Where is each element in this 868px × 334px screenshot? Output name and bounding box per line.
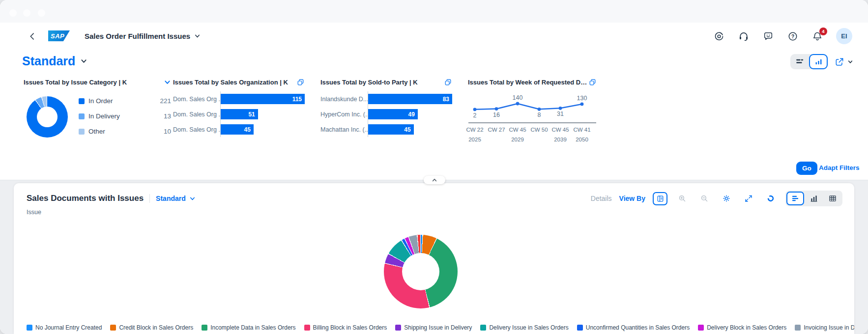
bar[interactable]: 49 — [368, 109, 418, 119]
donut-chart-icon — [766, 194, 775, 203]
legend-label: Other — [88, 128, 164, 135]
legend-label: Delivery Block in Sales Orders — [707, 324, 786, 331]
card-title: Issues Total by Issue Category | K — [24, 79, 164, 86]
zoom-in-button[interactable] — [675, 192, 690, 205]
chart-table-layout-button[interactable] — [653, 192, 667, 205]
column-chart-view-button[interactable] — [805, 192, 823, 205]
card-menu-button[interactable] — [164, 79, 171, 86]
table-view-button[interactable] — [824, 192, 841, 205]
data-point-value-label: 16 — [493, 111, 500, 118]
line-data-point[interactable] — [495, 107, 498, 111]
filter-fields-icon — [795, 57, 805, 66]
card-title: Issues Total by Week of Requested Deli..… — [468, 79, 588, 86]
view-by-button[interactable]: View By — [619, 195, 645, 202]
window-control-dot — [9, 9, 17, 17]
copy-card-button[interactable] — [444, 78, 452, 86]
legend-item[interactable]: Delivery Issue in Sales Orders — [480, 324, 568, 331]
x-axis-tick-label: CW 22 — [464, 127, 486, 133]
card-title: Issues Total by Sales Organization | K — [173, 79, 296, 86]
legend-item[interactable]: No Journal Entry Created — [27, 324, 102, 331]
chart-view-switch — [785, 191, 842, 206]
bar-row[interactable]: Dom. Sales Org ...115 — [173, 91, 305, 107]
support-button[interactable] — [738, 30, 750, 42]
chart-settings-button[interactable] — [719, 192, 734, 205]
x-axis-tick-label: CW 50 — [528, 127, 550, 133]
back-chevron-icon — [28, 31, 37, 41]
copy-icon — [444, 78, 452, 86]
bar[interactable]: 45 — [368, 124, 414, 135]
copy-card-button[interactable] — [296, 78, 305, 86]
go-button[interactable]: Go — [796, 162, 817, 175]
bar-row[interactable]: Inlandskunde D...83 — [320, 91, 452, 107]
share-icon[interactable] — [835, 57, 844, 67]
week-line-chart[interactable]: 216140831130 — [468, 91, 597, 126]
share-menu[interactable] — [835, 57, 853, 67]
legend-label: Invoicing Issue in Delivery — [804, 324, 854, 331]
filter-fields-view-button[interactable] — [790, 54, 809, 69]
line-data-point[interactable] — [538, 108, 541, 111]
panel-header: Sales Documents with Issues Standard Det… — [14, 183, 854, 206]
app-title-menu[interactable]: Sales Order Fulfillment Issues — [85, 28, 201, 43]
expand-icon — [744, 194, 753, 203]
legend-color-swatch — [577, 325, 583, 331]
line-data-point[interactable] — [580, 103, 584, 106]
legend-label: In Delivery — [88, 112, 164, 120]
fullscreen-button[interactable] — [741, 192, 756, 205]
bar[interactable]: 45 — [221, 124, 254, 135]
category-legend-item[interactable]: In Delivery13 — [79, 109, 171, 124]
details-button[interactable]: Details — [591, 195, 612, 202]
ai-assistant-button[interactable] — [713, 30, 725, 42]
copy-card-button[interactable] — [588, 78, 597, 86]
bar-chart-view-button[interactable] — [786, 192, 804, 205]
legend-color-swatch — [480, 325, 486, 331]
ai-assistant-icon — [714, 31, 724, 42]
legend-item[interactable]: Shipping Issue in Delivery — [395, 324, 472, 331]
variant-selector[interactable]: Standard — [22, 54, 87, 68]
bar[interactable]: 83 — [368, 94, 452, 104]
legend-item[interactable]: Billing Block in Sales Orders — [304, 324, 387, 331]
x-axis-year-label: 2025 — [464, 137, 486, 142]
user-avatar[interactable]: EI — [836, 28, 852, 44]
bar-row[interactable]: Dom. Sales Org ...45 — [173, 122, 305, 137]
chart-type-donut-button[interactable] — [763, 192, 778, 205]
bar-row[interactable]: Dom. Sales Org ...51 — [173, 107, 305, 122]
collapse-header-button[interactable] — [424, 176, 445, 184]
legend-item[interactable]: Incomplete Data in Sales Orders — [202, 324, 295, 331]
feedback-button[interactable] — [762, 30, 774, 42]
category-legend-item[interactable]: In Order221 — [79, 93, 171, 109]
visual-filter-view-button[interactable] — [809, 54, 828, 69]
line-data-point[interactable] — [559, 107, 562, 110]
legend-label: Unconfirmed Quantities in Sales Orders — [586, 324, 690, 331]
bar[interactable]: 51 — [221, 109, 258, 119]
table-icon — [828, 194, 837, 203]
help-button[interactable]: ? — [787, 30, 799, 42]
legend-color-swatch — [110, 325, 116, 331]
bar-category-label: Dom. Sales Org ... — [173, 126, 220, 133]
issue-category-donut-chart[interactable] — [27, 96, 68, 138]
issues-donut-chart[interactable] — [384, 235, 458, 308]
chevron-down-icon[interactable] — [847, 59, 853, 65]
bar-category-label: Inlandskunde D... — [320, 96, 368, 103]
line-data-point[interactable] — [473, 108, 477, 111]
bar-track: 45 — [220, 122, 305, 137]
category-legend-item[interactable]: Other10 — [79, 124, 171, 139]
layout-grid-icon — [656, 195, 665, 203]
line-data-point[interactable] — [516, 102, 520, 106]
zoom-in-icon — [678, 194, 687, 203]
legend-item[interactable]: Invoicing Issue in Delivery — [795, 324, 854, 331]
bar-row[interactable]: HyperCom Inc. (...49 — [320, 107, 452, 122]
panel-toolbar: Details View By — [591, 191, 842, 206]
legend-item[interactable]: Unconfirmed Quantities in Sales Orders — [577, 324, 690, 331]
bar-row[interactable]: Machattan Inc. (...45 — [320, 122, 452, 137]
bar[interactable]: 115 — [221, 94, 305, 104]
table-variant-selector[interactable]: Standard — [156, 195, 196, 202]
legend-item[interactable]: Credit Block in Sales Orders — [110, 324, 193, 331]
browser-chrome — [0, 0, 868, 23]
zoom-out-button[interactable] — [697, 192, 712, 205]
legend-item[interactable]: Delivery Block in Sales Orders — [698, 324, 786, 331]
legend-color-swatch — [79, 98, 85, 104]
adapt-filters-button[interactable]: Adapt Filters — [819, 164, 860, 171]
notifications-button[interactable]: 4 — [811, 30, 823, 42]
bar-track: 49 — [368, 107, 452, 122]
back-button[interactable] — [26, 29, 39, 43]
